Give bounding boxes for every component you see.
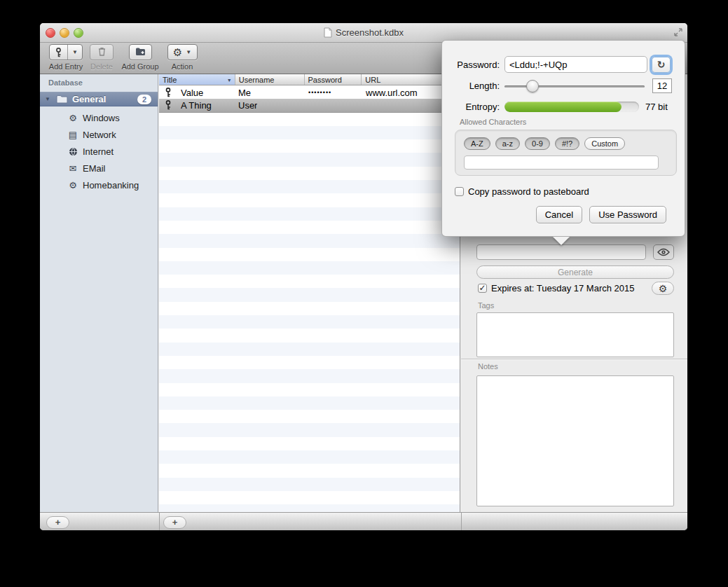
eye-icon (657, 248, 670, 256)
notes-field[interactable] (476, 375, 674, 506)
length-slider[interactable] (504, 80, 645, 92)
entropy-fill (504, 102, 621, 112)
add-entry-plus-button[interactable]: + (163, 516, 186, 529)
show-password-button[interactable] (653, 244, 674, 260)
slider-track[interactable] (504, 85, 645, 88)
add-entry-button[interactable]: ▼ Add Entry (45, 44, 87, 71)
folder-plus-icon (135, 46, 146, 59)
table-header: Title ▼ Username Password URL Notes (159, 74, 460, 85)
allowed-characters-box: A-Z a-z 0-9 #!? Custom (455, 130, 677, 176)
divider (461, 513, 462, 530)
sidebar-item-email[interactable]: ✉ EMail (40, 161, 158, 175)
masked-password: •••••••• (308, 89, 331, 96)
entropy-value: 77 bit (645, 102, 668, 112)
use-password-button[interactable]: Use Password (589, 206, 666, 223)
table-row[interactable]: Value Me •••••••• www.url.com (159, 86, 460, 99)
entropy-bar (504, 102, 639, 112)
sidebar: Database ▼ General 2 ⚙ Windows ▤ Network (40, 74, 158, 512)
generated-password-field[interactable] (504, 56, 647, 73)
expires-label: Expires at: Tuesday 17 March 2015 (491, 283, 635, 294)
fullscreen-icon[interactable] (673, 27, 683, 37)
segment-symbols[interactable]: #!? (555, 137, 579, 150)
character-class-segments: A-Z a-z 0-9 #!? Custom (464, 137, 625, 150)
regenerate-button[interactable]: ↻ (652, 57, 671, 73)
popover-arrow (553, 237, 570, 245)
gear-icon: ⚙ (67, 181, 78, 190)
add-entry-label: Add Entry (49, 62, 83, 71)
column-header-title[interactable]: Title ▼ (159, 74, 235, 85)
folder-icon (56, 95, 68, 104)
generate-button[interactable]: Generate (476, 265, 674, 279)
document-icon (324, 27, 332, 38)
divider (159, 513, 160, 530)
password-label: Password: (455, 60, 500, 70)
sidebar-group-general[interactable]: ▼ General 2 (40, 92, 158, 106)
expires-checkbox[interactable] (478, 284, 487, 293)
add-group-button[interactable]: Add Group (118, 44, 163, 71)
add-group-plus-button[interactable]: + (46, 516, 69, 529)
tags-field[interactable] (476, 312, 674, 357)
sidebar-section-header: Database (48, 78, 83, 87)
envelope-icon: ✉ (67, 164, 78, 173)
cancel-button[interactable]: Cancel (536, 206, 582, 223)
segment-uppercase[interactable]: A-Z (464, 137, 490, 150)
copy-password-checkbox[interactable] (455, 187, 464, 196)
column-header-password[interactable]: Password (305, 74, 362, 85)
length-label: Length: (455, 81, 500, 91)
refresh-icon: ↻ (657, 59, 666, 70)
action-button[interactable]: ⚙ ▼ Action (166, 44, 198, 71)
sidebar-group-label: General (72, 94, 137, 104)
allowed-characters-label: Allowed Characters (460, 118, 526, 126)
notes-label: Notes (478, 362, 498, 371)
trash-icon (98, 46, 106, 59)
custom-characters-field[interactable] (464, 156, 659, 170)
column-header-url[interactable]: URL (362, 74, 442, 85)
table-row-selected[interactable]: A Thing User (159, 99, 460, 112)
sidebar-item-internet[interactable]: Internet (40, 144, 158, 158)
add-entry-dropdown[interactable]: ▼ (67, 45, 82, 60)
table-body[interactable]: Value Me •••••••• www.url.com A Thing Us… (159, 85, 460, 512)
bottom-bar: + + (40, 512, 687, 530)
expires-row: Expires at: Tuesday 17 March 2015 (478, 283, 635, 294)
entry-password-field[interactable] (476, 244, 646, 260)
window-title: Screenshot.kdbx (336, 27, 404, 38)
entry-table: Title ▼ Username Password URL Notes Valu… (159, 74, 460, 512)
desktop-background: Screenshot.kdbx ▼ Add Entry (0, 0, 728, 587)
globe-icon (67, 147, 78, 156)
add-group-label: Add Group (121, 62, 158, 71)
password-generator-popover: Password: ↻ Length: Entropy: 77 bit Allo… (441, 40, 685, 237)
gear-icon: ⚙ (67, 113, 78, 123)
gear-icon: ⚙ (173, 47, 182, 57)
expires-options-button[interactable]: ⚙ (652, 282, 674, 295)
sidebar-item-windows[interactable]: ⚙ Windows (40, 111, 158, 125)
sidebar-item-network[interactable]: ▤ Network (40, 127, 158, 141)
slider-knob[interactable] (526, 80, 539, 92)
key-icon (165, 100, 172, 113)
server-icon: ▤ (67, 130, 78, 139)
chevron-down-icon: ▼ (186, 50, 191, 55)
disclosure-triangle-icon[interactable]: ▼ (45, 96, 52, 102)
entropy-label: Entropy: (455, 102, 500, 112)
segment-digits[interactable]: 0-9 (525, 137, 550, 150)
sort-descending-icon: ▼ (227, 78, 232, 83)
sidebar-item-homebanking[interactable]: ⚙ Homebanking (40, 178, 158, 192)
segment-custom[interactable]: Custom (584, 137, 625, 150)
entry-count-badge: 2 (137, 95, 151, 104)
tags-label: Tags (478, 301, 494, 310)
copy-password-row: Copy password to pasteboard (455, 186, 589, 197)
action-label: Action (172, 62, 193, 71)
key-icon[interactable] (50, 45, 67, 60)
key-icon (165, 88, 172, 100)
segment-lowercase[interactable]: a-z (495, 137, 520, 150)
section-divider (461, 359, 687, 359)
gear-icon: ⚙ (659, 284, 668, 294)
column-header-username[interactable]: Username (235, 74, 305, 85)
length-value-field[interactable] (652, 78, 672, 93)
delete-label: Delete (90, 62, 113, 71)
copy-password-label: Copy password to pasteboard (468, 186, 589, 197)
delete-button[interactable]: Delete (85, 44, 118, 71)
